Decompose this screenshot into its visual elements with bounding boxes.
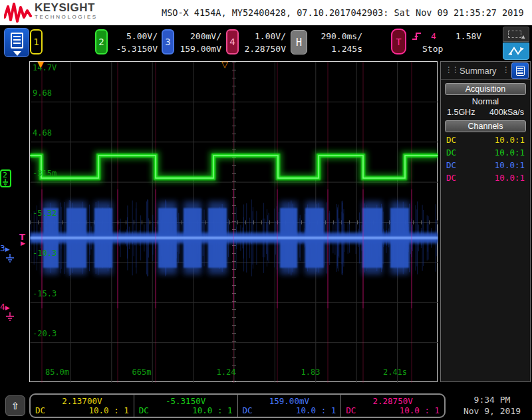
channel2-button[interactable]: 2 <box>95 29 108 54</box>
channel1-button[interactable]: 1 <box>30 29 43 54</box>
channel2-settings[interactable]: 5.00V/-5.3150V <box>108 30 158 55</box>
time-value: 9:34 PM <box>454 394 531 405</box>
probe-ratio-value: 10.0:1 <box>495 135 525 145</box>
channel2-scale: 5.00V/ <box>126 31 158 41</box>
expand-up-button[interactable]: ⇧ <box>5 395 25 416</box>
dashed-rect-icon <box>508 31 521 38</box>
channel2-offset: -5.3150V <box>116 44 158 54</box>
scope-display: 14.7V 9.68 4.68 -315m -5.32 -10.3 -15.3 … <box>0 60 439 384</box>
channel3-summary-row: DC 10.0:1 <box>441 160 530 170</box>
brand-name: KEYSIGHT <box>35 2 98 13</box>
channel3-value: 159.00mV <box>238 396 341 406</box>
channel1-status-cell[interactable]: 2.13700V DC 10.0 : 1 <box>31 395 134 417</box>
channel3-settings[interactable]: 200mV/159.00mV <box>175 30 221 55</box>
coupling-value: DC <box>446 148 456 158</box>
channel1-coupling: DC <box>35 405 45 415</box>
channel2-status-cell[interactable]: -5.3150V DC 10.0 : 1 <box>134 395 238 417</box>
waveform-nav-button[interactable] <box>503 43 529 60</box>
acquisition-stats: 1.5GHz 400kSa/s <box>441 108 530 117</box>
cursor-arrow-icon <box>521 35 527 41</box>
channel4-summary-row: DC 10.0:1 <box>441 173 530 183</box>
x-axis-label: 1.24 <box>205 368 247 377</box>
y-axis-label: -315m <box>33 169 57 178</box>
ground-icon <box>5 254 15 263</box>
channel3-status-cell[interactable]: 159.00mV DC 10.0 : 1 <box>238 395 342 417</box>
rising-edge-icon <box>411 31 423 41</box>
brand-block: KEYSIGHT TECHNOLOGIES <box>35 2 98 20</box>
date-value: Nov 9, 2019 <box>454 405 531 417</box>
ground-icon <box>5 312 15 322</box>
channels-button[interactable]: Channels <box>445 120 526 132</box>
trigger-run-state: Stop <box>422 44 443 54</box>
channel3-marker[interactable]: 3▶ <box>0 245 10 253</box>
clock-display: 9:34 PM Nov 9, 2019 <box>454 394 531 417</box>
main-menu-button[interactable] <box>4 28 29 57</box>
channel4-marker-label: 4 <box>0 302 5 312</box>
horizontal-delay: 1.245s <box>331 44 362 54</box>
channel4-ground-marker <box>5 312 15 323</box>
channel4-scale: 1.00V/ <box>255 31 286 41</box>
probe-ratio-value: 10.0:1 <box>495 173 525 183</box>
drag-handle-icon[interactable]: ⋮⋮ <box>445 65 458 74</box>
delay-marker-icon[interactable]: ▼ <box>37 59 44 69</box>
probe-ratio-value: 10.0:1 <box>495 160 525 170</box>
sample-rate-value: 400kSa/s <box>489 108 524 117</box>
time-reference-icon[interactable]: ▽ <box>221 59 228 69</box>
waveform-plot <box>30 62 438 383</box>
toolbar: 1 2 5.00V/-5.3150V 3 200mV/159.00mV 4 1.… <box>0 25 532 60</box>
x-axis-label: 1.83 <box>289 368 332 377</box>
y-axis-label: -5.32 <box>33 209 57 218</box>
trigger-level: 1.58V <box>456 31 481 41</box>
y-axis-label: -15.3 <box>33 289 57 298</box>
waveform-arrows-icon <box>507 45 525 57</box>
horizontal-button[interactable]: H <box>291 30 307 54</box>
channel4-offset: 2.28750V <box>244 44 286 54</box>
channel2-probe: 10.0 : 1 <box>192 405 232 415</box>
channel2-ground-marker[interactable]: 2 <box>0 169 11 187</box>
summary-panel-header[interactable]: ⋮⋮ Summary ⋮⋮ <box>441 62 530 80</box>
menu-list-icon <box>11 33 23 49</box>
keysight-logo-icon <box>4 3 32 23</box>
channel4-coupling: DC <box>346 405 356 415</box>
channel4-value: 2.28750V <box>341 396 444 406</box>
channel1-probe: 10.0 : 1 <box>89 405 129 415</box>
horizontal-settings[interactable]: 290.0ms/1.245s <box>307 30 362 55</box>
x-axis-label: 2.41s <box>374 368 416 377</box>
x-axis-label: 85.0m <box>36 368 78 377</box>
graticule[interactable]: 14.7V 9.68 4.68 -315m -5.32 -10.3 -15.3 … <box>29 61 438 382</box>
screenshot-tool-button[interactable] <box>503 27 529 42</box>
channel1-summary-row: DC 10.0:1 <box>441 135 530 145</box>
menu-list-icon <box>516 66 525 76</box>
bottom-status-bar: ⇧ 2.13700V DC 10.0 : 1 -5.3150V DC 10.0 … <box>0 392 532 420</box>
x-axis-label: 665m <box>120 368 163 377</box>
trigger-source: 4 <box>431 31 436 41</box>
channel2-coupling: DC <box>139 405 149 415</box>
y-axis-label: 4.68 <box>33 128 52 138</box>
probe-ratio-value: 10.0:1 <box>495 148 525 158</box>
y-axis-label: -20.3 <box>33 329 57 338</box>
y-axis-label: 9.68 <box>33 88 52 98</box>
channel3-scale: 200mV/ <box>190 31 221 41</box>
title-bar: KEYSIGHT TECHNOLOGIES MSO-X 4154A, MY524… <box>0 0 532 25</box>
acquisition-button[interactable]: Acquisition <box>445 83 526 95</box>
channel4-settings[interactable]: 1.00V/2.28750V <box>239 30 286 55</box>
channel4-probe: 10.0 : 1 <box>400 405 440 415</box>
channel3-button[interactable]: 3 <box>162 29 174 54</box>
channel4-marker[interactable]: 4▶ <box>0 303 10 311</box>
channel4-status-cell[interactable]: 2.28750V DC 10.0 : 1 <box>341 395 444 417</box>
channel1-value: 2.13700V <box>31 396 134 406</box>
ground-icon <box>3 179 9 187</box>
channel2-value: -5.3150V <box>134 396 237 406</box>
y-axis-label: 14.7V <box>33 63 57 72</box>
channel4-button[interactable]: 4 <box>226 29 239 54</box>
oscilloscope-screen: KEYSIGHT TECHNOLOGIES MSO-X 4154A, MY524… <box>0 0 532 420</box>
channel3-ground-marker <box>5 254 15 264</box>
channel-status-cells: 2.13700V DC 10.0 : 1 -5.3150V DC 10.0 : … <box>29 393 446 418</box>
acquisition-mode: Normal <box>441 97 530 106</box>
trigger-arrow-icon: ▶ <box>21 241 25 247</box>
panel-menu-button[interactable] <box>511 62 529 79</box>
up-arrow-icon: ⇧ <box>11 400 20 412</box>
channel3-probe: 10.0 : 1 <box>296 405 336 415</box>
trigger-button[interactable]: T <box>391 29 406 54</box>
channel3-marker-label: 3 <box>0 244 5 253</box>
